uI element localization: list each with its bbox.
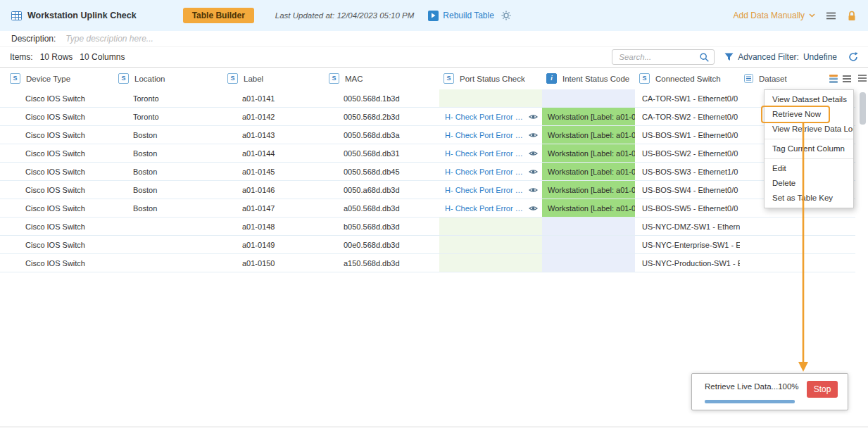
- table-row[interactable]: Cisco IOS Switch Boston a01-0143 0050.56…: [0, 126, 855, 144]
- toolbar-row: Items: 10 Rows 10 Columns Advanced Filte…: [0, 47, 868, 68]
- menu-item-view-dataset-details[interactable]: View Dataset Details: [765, 92, 853, 107]
- page-title: Workstation Uplink Check: [27, 11, 137, 20]
- eye-icon[interactable]: [529, 132, 538, 139]
- column-header-dataset[interactable]: Dataset: [740, 68, 855, 89]
- port-status-link[interactable]: H- Check Port Error US-...: [445, 168, 526, 176]
- column-label: Device Type: [26, 75, 70, 83]
- eye-icon[interactable]: [529, 168, 538, 175]
- add-data-manually-button[interactable]: Add Data Manually: [734, 11, 815, 20]
- cell-intent-status: Workstation [Label: a01-014...: [542, 144, 635, 162]
- menu-item-retrieve-now[interactable]: Retrieve Now: [765, 107, 853, 122]
- column-header-connected-switch[interactable]: S Connected Switch: [635, 68, 740, 89]
- cell-connected-switch: US-NYC-Enterprise-SW1 - Et...: [635, 236, 740, 253]
- description-input[interactable]: Type description here...: [65, 34, 153, 44]
- filter-icon: [724, 53, 734, 61]
- cell-dataset: [740, 236, 855, 253]
- items-label: Items:: [10, 52, 33, 62]
- cell-intent-status: Workstation [Label: a01-014...: [542, 199, 635, 217]
- table-row[interactable]: Cisco IOS Switch Boston a01-0144 0050.56…: [0, 144, 855, 163]
- columns-count: 10 Columns: [80, 52, 125, 62]
- eye-icon[interactable]: [529, 187, 538, 194]
- table-settings-icon[interactable]: [858, 75, 867, 82]
- table-row[interactable]: Cisco IOS Switch a01-0148 b050.568d.db3d…: [0, 218, 855, 236]
- column-header-mac[interactable]: S MAC: [325, 68, 439, 89]
- cell-port-status: H- Check Port Error US-...: [439, 126, 542, 144]
- port-status-link[interactable]: H- Check Port Error US-...: [445, 149, 526, 158]
- port-status-link[interactable]: H- Check Port Error US-...: [445, 131, 526, 139]
- column-header-label[interactable]: S Label: [223, 68, 325, 89]
- rebuild-table-button[interactable]: Rebuild Table: [428, 11, 494, 21]
- column-label: Label: [244, 75, 263, 83]
- table-icon: [11, 11, 22, 20]
- lock-icon[interactable]: [847, 11, 857, 21]
- column-header-device-type[interactable]: S Device Type: [0, 68, 114, 89]
- table-row[interactable]: Cisco IOS Switch Toronto a01-0142 0050.5…: [0, 108, 855, 126]
- eye-icon[interactable]: [529, 205, 538, 212]
- gear-icon[interactable]: [501, 11, 511, 20]
- cell-connected-switch: US-BOS-SW2 - Ethernet0/0: [635, 144, 740, 162]
- vertical-scrollbar[interactable]: [860, 92, 866, 125]
- play-icon: [428, 11, 439, 21]
- menu-icon[interactable]: [826, 12, 836, 20]
- cell-location: Toronto: [114, 89, 223, 107]
- eye-icon[interactable]: [529, 150, 538, 157]
- cell-location: [114, 254, 223, 272]
- cell-connected-switch: US-BOS-SW1 - Ethernet0/0: [635, 126, 740, 144]
- cell-intent-status: Workstation [Label: a01-014...: [542, 181, 635, 199]
- menu-item-edit[interactable]: Edit: [765, 161, 853, 176]
- search-input[interactable]: [617, 52, 700, 62]
- column-label: MAC: [345, 75, 363, 83]
- port-status-link[interactable]: H- Check Port Error US-...: [445, 186, 526, 194]
- eye-icon[interactable]: [529, 113, 538, 120]
- cell-location: Boston: [114, 144, 223, 162]
- column-label: Dataset: [759, 75, 787, 83]
- top-bar: Workstation Uplink Check Table Builder L…: [0, 0, 868, 31]
- cell-label: a01-0142: [223, 108, 325, 125]
- column-header-port-status-check[interactable]: S Port Status Check: [439, 68, 542, 89]
- cell-device-type: Cisco IOS Switch: [0, 218, 114, 235]
- menu-separator: [765, 139, 853, 139]
- cell-device-type: Cisco IOS Switch: [0, 199, 114, 217]
- column-menu-icon[interactable]: [843, 75, 851, 82]
- table-row[interactable]: Cisco IOS Switch Toronto a01-0141 0050.5…: [0, 89, 855, 108]
- cell-location: Boston: [114, 126, 223, 144]
- description-row: Description: Type description here...: [0, 31, 868, 47]
- search-icon[interactable]: [700, 53, 709, 62]
- window-bottom-edge: [0, 427, 868, 427]
- table-row[interactable]: Cisco IOS Switch a01-0150 a150.568d.db3d…: [0, 254, 855, 272]
- table-row[interactable]: Cisco IOS Switch Boston a01-0145 0050.56…: [0, 163, 855, 181]
- progress-bar: [705, 400, 795, 403]
- advanced-filter-button[interactable]: Advanced Filter: Undefine: [724, 52, 837, 62]
- cell-device-type: Cisco IOS Switch: [0, 126, 114, 144]
- menu-item-view-retrieve-data-log[interactable]: View Retrieve Data Log: [765, 122, 853, 137]
- menu-item-tag-current-column[interactable]: Tag Current Column: [765, 141, 853, 156]
- cell-mac: a150.568d.db3d: [325, 254, 439, 272]
- cell-label: a01-0144: [223, 144, 325, 162]
- column-header-intent-status-code[interactable]: i Intent Status Code: [542, 68, 635, 89]
- cell-port-status: H- Check Port Error US-...: [439, 144, 542, 162]
- description-label: Description:: [11, 34, 56, 44]
- cell-connected-switch: US-BOS-SW4 - Ethernet0/0: [635, 181, 740, 199]
- stop-button[interactable]: Stop: [807, 381, 838, 398]
- string-type-icon: S: [444, 73, 454, 84]
- intent-type-icon: i: [546, 73, 557, 84]
- menu-item-set-as-table-key[interactable]: Set as Table Key: [765, 191, 853, 206]
- dataset-context-menu: View Dataset Details Retrieve Now View R…: [764, 89, 854, 208]
- port-status-link[interactable]: H- Check Port Error CA-...: [445, 113, 526, 121]
- table-builder-button[interactable]: Table Builder: [183, 8, 254, 23]
- cell-port-status: H- Check Port Error US-...: [439, 181, 542, 199]
- table-row[interactable]: Cisco IOS Switch Boston a01-0147 a050.56…: [0, 199, 855, 218]
- column-label: Intent Status Code: [562, 75, 629, 83]
- port-status-link[interactable]: H- Check Port Error US-...: [445, 204, 526, 213]
- cell-device-type: Cisco IOS Switch: [0, 108, 114, 125]
- menu-item-delete[interactable]: Delete: [765, 176, 853, 191]
- refresh-icon[interactable]: [848, 52, 858, 62]
- column-label: Port Status Check: [460, 75, 525, 83]
- cell-mac: 0050.a68d.db3d: [325, 181, 439, 199]
- column-header-location[interactable]: S Location: [114, 68, 223, 89]
- table-row[interactable]: Cisco IOS Switch Boston a01-0146 0050.a6…: [0, 181, 855, 199]
- cell-location: Toronto: [114, 108, 223, 125]
- table-row[interactable]: Cisco IOS Switch a01-0149 00e0.568d.db3d…: [0, 236, 855, 254]
- cell-intent-status: Workstation [Label: a01-014...: [542, 108, 635, 125]
- cell-location: Boston: [114, 199, 223, 217]
